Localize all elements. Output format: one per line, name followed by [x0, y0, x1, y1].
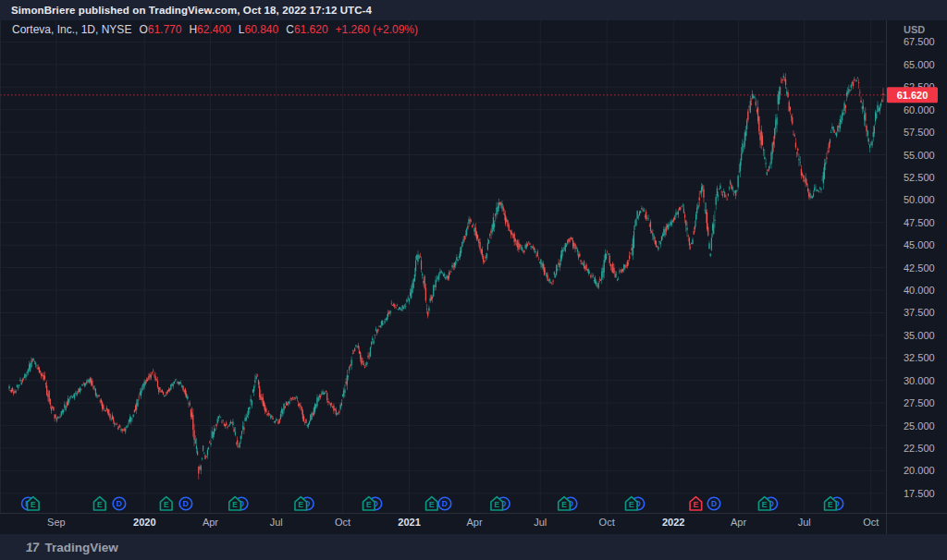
dividend-marker[interactable]: D [707, 497, 720, 510]
svg-text:Apr: Apr [731, 517, 746, 528]
svg-text:Apr: Apr [466, 517, 482, 528]
footer-bar: 17 TradingView [0, 534, 947, 560]
svg-text:E: E [694, 500, 699, 509]
currency-label: USD [904, 24, 925, 35]
svg-text:67.500: 67.500 [904, 36, 935, 47]
earnings-marker[interactable]: E [690, 497, 702, 510]
svg-text:E: E [164, 500, 169, 509]
svg-text:Oct: Oct [335, 517, 351, 528]
svg-text:52.500: 52.500 [904, 172, 935, 183]
svg-text:D: D [117, 499, 122, 508]
svg-text:Jul: Jul [798, 517, 811, 528]
svg-text:Oct: Oct [599, 517, 615, 528]
svg-text:E: E [31, 500, 36, 509]
svg-text:61.620: 61.620 [897, 90, 929, 101]
svg-text:27.500: 27.500 [904, 397, 935, 408]
svg-text:55.000: 55.000 [904, 150, 935, 161]
svg-text:2021: 2021 [398, 517, 420, 528]
earnings-marker[interactable]: E [160, 497, 172, 510]
published-chart-frame: DDDDDDDDDDDDDEEEEEEEEEEEEEUSD67.50065.00… [0, 0, 947, 560]
svg-text:E: E [561, 500, 567, 509]
dividend-marker[interactable]: D [179, 497, 192, 510]
svg-text:35.000: 35.000 [904, 330, 935, 341]
svg-text:E: E [429, 500, 435, 509]
tradingview-brand[interactable]: TradingView [45, 541, 118, 554]
svg-text:Apr: Apr [203, 517, 218, 528]
svg-text:22.500: 22.500 [904, 443, 935, 454]
watermark-text: SimonBriere published on TradingView.com… [0, 5, 372, 16]
svg-text:25.000: 25.000 [904, 420, 935, 432]
svg-text:30.000: 30.000 [904, 375, 935, 386]
svg-text:17.500: 17.500 [904, 488, 935, 499]
legend-open: O61.770 [139, 23, 181, 36]
svg-text:E: E [629, 500, 634, 509]
svg-text:40.000: 40.000 [904, 285, 935, 296]
last-price-tag[interactable]: 61.620 [887, 87, 938, 103]
legend-low: L60.840 [239, 23, 278, 36]
pane-borders [0, 20, 947, 534]
chart-legend[interactable]: Corteva, Inc., 1D, NYSE O61.770 H62.400 … [12, 23, 418, 36]
svg-text:2020: 2020 [133, 517, 155, 528]
svg-text:20.000: 20.000 [904, 465, 935, 476]
svg-text:E: E [366, 500, 372, 509]
time-axis[interactable]: Sep2020AprJulOct2021AprJulOct2022AprJulO… [47, 517, 879, 528]
svg-text:37.500: 37.500 [904, 307, 935, 318]
svg-text:2022: 2022 [662, 517, 684, 528]
price-chart[interactable]: DDDDDDDDDDDDDEEEEEEEEEEEEEUSD67.50065.00… [0, 0, 947, 560]
change-value: +1.260 (+2.09%) [336, 23, 418, 36]
earnings-marker[interactable]: E [93, 497, 105, 510]
earnings-marker[interactable]: E [426, 497, 438, 510]
svg-text:47.500: 47.500 [904, 217, 935, 228]
svg-text:45.000: 45.000 [904, 239, 935, 250]
candles-layer [8, 73, 883, 480]
dividend-marker[interactable]: D [438, 497, 451, 510]
svg-text:E: E [298, 500, 303, 509]
svg-text:60.000: 60.000 [904, 104, 935, 116]
svg-text:D: D [711, 499, 717, 508]
legend-high: H62.400 [189, 23, 230, 36]
svg-text:Sep: Sep [47, 517, 66, 528]
dividend-marker[interactable]: D [113, 497, 126, 510]
svg-text:E: E [494, 500, 499, 509]
svg-text:D: D [183, 499, 189, 508]
svg-text:50.000: 50.000 [904, 194, 935, 205]
svg-text:65.000: 65.000 [904, 59, 935, 70]
svg-text:Oct: Oct [863, 517, 879, 528]
svg-text:E: E [828, 500, 833, 509]
svg-text:E: E [762, 500, 768, 509]
symbol-title: Corteva, Inc., 1D, NYSE [12, 23, 131, 36]
svg-text:57.500: 57.500 [904, 127, 935, 138]
svg-text:42.500: 42.500 [904, 262, 935, 274]
svg-text:E: E [97, 500, 103, 509]
watermark-bar: SimonBriere published on TradingView.com… [0, 0, 947, 20]
svg-text:E: E [232, 500, 238, 509]
svg-text:32.500: 32.500 [904, 352, 935, 363]
svg-text:Jul: Jul [534, 517, 547, 528]
legend-close: C61.620 [286, 23, 327, 36]
svg-text:D: D [442, 499, 448, 508]
tradingview-logo-icon[interactable]: 17 [25, 540, 39, 554]
svg-text:Jul: Jul [270, 517, 283, 528]
